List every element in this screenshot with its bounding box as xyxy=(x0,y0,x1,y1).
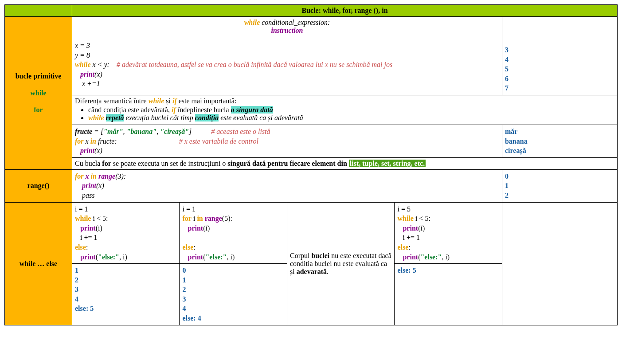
for-code: fructe = ["măr", "banana", "cireașă"] # … xyxy=(75,127,499,156)
for-desc-cell: Cu bucla for se poate executa un set de … xyxy=(72,157,618,169)
while-output: 3 4 5 6 7 xyxy=(502,17,617,95)
while-code: x = 3 y = 8 while x < y: # adevărat totd… xyxy=(75,41,499,89)
table-title: Bucle: while, for, range (), in xyxy=(72,5,618,17)
side-while-else: while … else xyxy=(5,202,72,325)
for-code-cell: fructe = ["măr", "banana", "cireașă"] # … xyxy=(72,125,502,157)
for-output: măr banana cireașă xyxy=(502,125,617,157)
we-col2-out: 0 1 2 3 4 else: 4 xyxy=(180,264,287,325)
header-empty xyxy=(5,5,72,17)
range-output: 0 1 2 xyxy=(502,169,617,202)
we-col1-out: 1 2 3 4 else: 5 xyxy=(72,264,180,325)
we-col1-code: i = 1 while i < 5: print(i) i += 1 else:… xyxy=(72,202,180,264)
side-bucle-primitive: bucle primitive while for xyxy=(5,17,72,170)
we-col4-out: else: 5 xyxy=(395,264,502,325)
we-col4-code: i = 5 while i < 5: print(i) i += 1 else:… xyxy=(395,202,502,264)
range-code: for x in range(3): print(x) pass xyxy=(75,172,499,200)
label-bucle-primitive: bucle primitive xyxy=(16,72,62,80)
semantic-diff-list: când condiția este adevărată, if îndepli… xyxy=(88,106,614,122)
range-code-cell: for x in range(3): print(x) pass xyxy=(72,169,502,202)
semantic-diff-cell: Diferența semantică între while și if es… xyxy=(72,95,618,125)
side-range: range() xyxy=(5,169,72,202)
while-syntax-cell: while conditional_expression: instructio… xyxy=(72,17,502,95)
bucle-table: Bucle: while, for, range (), in bucle pr… xyxy=(4,4,618,325)
we-col3-note: Corpul buclei nu este executat dacă cond… xyxy=(287,202,394,325)
we-col2-code: i = 1 for i in range(5): print(i) else: … xyxy=(180,202,287,264)
list-item: când condiția este adevărată, if îndepli… xyxy=(88,106,614,114)
while-syntax-line1: while conditional_expression: xyxy=(75,19,499,27)
we-col5-empty xyxy=(502,202,617,325)
list-item: while repetă execuția buclei cât timp co… xyxy=(88,114,614,122)
label-while: while xyxy=(6,89,71,97)
label-for: for xyxy=(6,106,71,114)
while-syntax-line2: instruction xyxy=(75,27,499,35)
